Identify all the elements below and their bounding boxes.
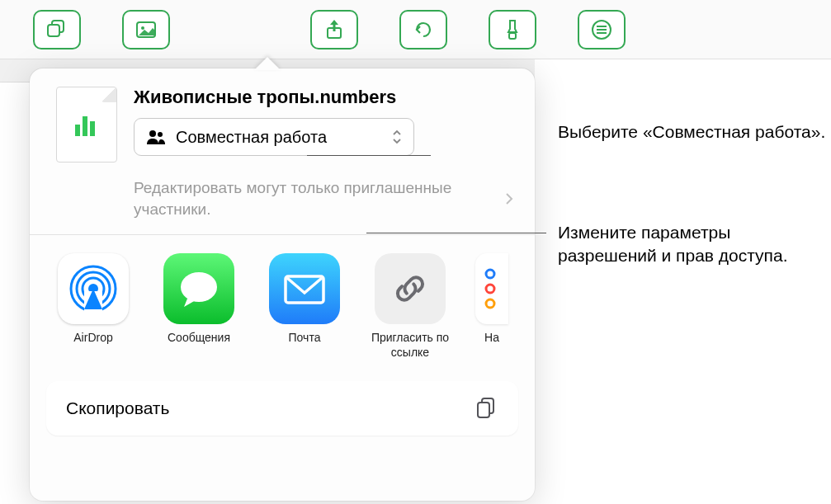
reminders-icon	[475, 253, 508, 324]
svg-rect-12	[90, 121, 95, 136]
app-label: Пригласить по ссылке	[370, 331, 451, 360]
svg-rect-10	[75, 125, 80, 136]
mode-label: Совместная работа	[176, 128, 382, 147]
app-label: На	[484, 331, 499, 346]
share-popover: Живописные тропы.numbers Совместная рабо…	[30, 68, 535, 501]
callout-line	[366, 233, 546, 233]
svg-rect-11	[83, 116, 87, 136]
share-icon	[323, 18, 346, 41]
share-app-airdrop[interactable]: AirDrop	[53, 253, 134, 360]
collaboration-mode-select[interactable]: Совместная работа	[134, 118, 414, 156]
app-label: AirDrop	[73, 331, 112, 346]
chevron-updown-icon	[392, 130, 402, 144]
share-app-messages[interactable]: Сообщения	[158, 253, 239, 360]
toolbar-share-button[interactable]	[310, 10, 358, 49]
svg-point-23	[486, 285, 494, 293]
toolbar-media-button[interactable]	[122, 10, 170, 49]
callout-text: Выберите «Совместная работа».	[558, 120, 825, 144]
mail-icon	[269, 253, 340, 324]
chevron-right-icon	[505, 192, 513, 205]
share-app-reminders-partial[interactable]: На	[475, 253, 508, 360]
copy-action[interactable]: Скопировать	[46, 381, 518, 436]
svg-point-3	[141, 26, 144, 30]
menu-circle-icon	[590, 18, 613, 41]
toolbar-undo-button[interactable]	[399, 10, 447, 49]
callout-text: Измените параметры разрешений и прав дос…	[558, 221, 789, 268]
share-app-invite-link[interactable]: Пригласить по ссылке	[370, 253, 451, 360]
permissions-row[interactable]: Редактировать могут только приглашенные …	[30, 163, 535, 234]
people-icon	[146, 129, 166, 145]
svg-point-22	[486, 270, 494, 278]
svg-point-20	[181, 272, 217, 302]
messages-icon	[163, 253, 234, 324]
app-label: Почта	[289, 331, 321, 346]
brush-icon	[501, 18, 524, 41]
toolbar-format-button[interactable]	[489, 10, 536, 49]
document-title: Живописные тропы.numbers	[134, 87, 513, 108]
permissions-text: Редактировать могут только приглашенные …	[134, 177, 500, 219]
copy-icon	[474, 396, 498, 421]
photo-icon	[135, 18, 158, 41]
copy-label: Скопировать	[66, 398, 474, 418]
svg-rect-1	[48, 25, 59, 36]
svg-point-14	[158, 132, 163, 137]
svg-rect-26	[478, 403, 489, 417]
share-apps-row: AirDrop Сообщения Почта Пригласить по сс…	[30, 235, 535, 366]
undo-icon	[412, 18, 435, 41]
airdrop-icon	[58, 253, 129, 324]
toolbar-shapes-button[interactable]	[33, 10, 81, 49]
callout-line	[307, 155, 431, 156]
link-icon	[375, 253, 446, 324]
document-thumbnail-icon	[56, 87, 117, 163]
app-label: Сообщения	[168, 331, 230, 346]
toolbar-menu-button[interactable]	[578, 10, 626, 49]
rect-stack-icon	[45, 18, 68, 41]
popover-arrow	[254, 57, 281, 70]
svg-point-24	[486, 299, 494, 308]
svg-point-13	[149, 130, 156, 137]
share-app-mail[interactable]: Почта	[264, 253, 345, 360]
svg-rect-5	[509, 33, 516, 39]
app-toolbar	[0, 0, 831, 59]
share-header: Живописные тропы.numbers Совместная рабо…	[30, 87, 535, 163]
